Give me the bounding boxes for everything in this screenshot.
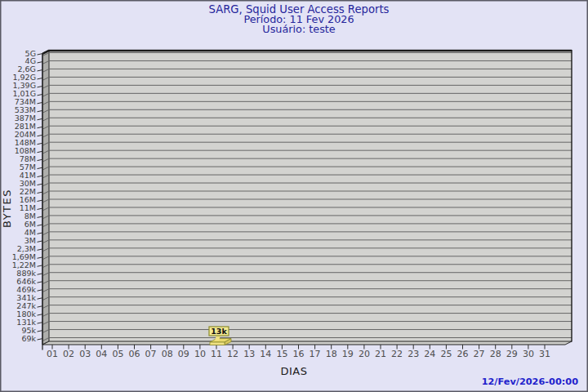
x-tick-label: 21 [375, 349, 386, 359]
x-tick-label: 25 [440, 349, 452, 359]
x-tick-label: 30 [523, 349, 534, 359]
sarg-daily-bytes-chart: SARG, Squid User Access Reports Período:… [0, 0, 588, 392]
x-tick-label: 14 [260, 349, 271, 359]
x-tick-label: 24 [424, 349, 435, 359]
sarg-report-page: SARG, Squid User Access Reports Período:… [0, 0, 588, 392]
x-axis-title: DIAS [281, 365, 308, 377]
x-tick-label: 07 [145, 349, 157, 359]
bar-day-11: 13k [209, 327, 231, 345]
x-tick-label: 06 [129, 349, 140, 359]
x-tick-label: 09 [178, 349, 189, 359]
x-tick-label: 16 [293, 349, 305, 359]
x-tick-label: 04 [96, 349, 107, 359]
x-tick-label: 02 [63, 349, 74, 359]
bar-series: 13k [209, 327, 231, 345]
x-tick-label: 03 [79, 349, 91, 359]
x-tick-label: 10 [194, 349, 206, 359]
x-tick-label: 20 [359, 349, 370, 359]
generation-timestamp: 12/Fev/2026-00:00 [482, 376, 578, 387]
y-tick-label: 69k [21, 334, 36, 343]
x-tick-label: 05 [112, 349, 123, 359]
x-tick-label: 12 [227, 349, 238, 359]
x-tick-label: 17 [310, 349, 321, 359]
x-tick-label: 28 [490, 349, 501, 359]
x-tick-label: 31 [539, 349, 550, 359]
plot-floor [42, 341, 572, 345]
x-tick-label: 22 [391, 349, 403, 359]
x-tick-label: 19 [342, 349, 354, 359]
x-tick-label: 29 [506, 349, 518, 359]
x-tick-label: 01 [47, 349, 58, 359]
y-axis-title: BYTES [1, 189, 13, 228]
x-tick-label: 18 [326, 349, 337, 359]
bar-front-face [210, 342, 225, 345]
x-tick-label: 15 [276, 349, 287, 359]
x-tick-label: 08 [162, 349, 173, 359]
x-tick-label: 23 [408, 349, 419, 359]
x-tick-label: 26 [457, 349, 469, 359]
bar-value-label: 13k [211, 327, 227, 336]
chart-subtitle-user: Usuário: teste [262, 23, 336, 35]
x-tick-label: 27 [474, 349, 485, 359]
x-tick-label: 13 [243, 349, 255, 359]
x-tick-label: 11 [211, 349, 222, 359]
